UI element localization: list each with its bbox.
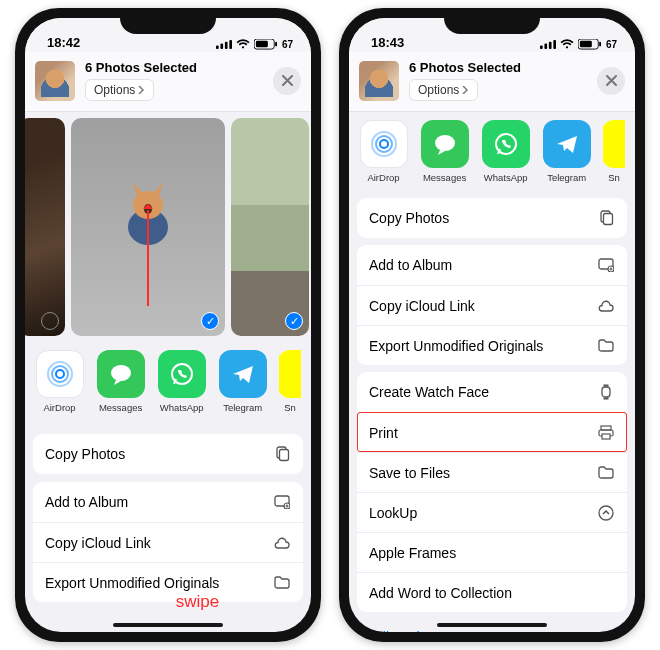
- header-title: 6 Photos Selected: [85, 60, 263, 75]
- album-icon: [273, 493, 291, 511]
- app-messages[interactable]: Messages: [420, 120, 469, 183]
- action-add-to-album[interactable]: Add to Album: [33, 482, 303, 522]
- airdrop-icon: [360, 120, 408, 168]
- whatsapp-icon: [482, 120, 530, 168]
- action-copy-photos[interactable]: Copy Photos: [357, 198, 627, 238]
- svg-point-41: [599, 506, 613, 520]
- battery-icon: [254, 39, 278, 50]
- app-airdrop[interactable]: AirDrop: [359, 120, 408, 183]
- chevron-right-icon: [137, 86, 145, 94]
- selection-check-icon[interactable]: ✓: [285, 312, 303, 330]
- app-whatsapp[interactable]: WhatsApp: [157, 350, 206, 413]
- airdrop-icon: [36, 350, 84, 398]
- action-create-watch-face[interactable]: Create Watch Face: [357, 372, 627, 412]
- svg-point-29: [435, 135, 455, 151]
- svg-rect-38: [601, 426, 611, 430]
- screen-right: 18:43 67 6 Photos Selected Options: [349, 18, 635, 632]
- swipe-arrow-annotation: [147, 210, 149, 306]
- close-button[interactable]: [273, 67, 301, 95]
- selection-circle[interactable]: [41, 312, 59, 330]
- app-share-row[interactable]: AirDrop Messages WhatsApp Telegram: [25, 342, 311, 428]
- svg-rect-1: [220, 44, 223, 49]
- folder-icon: [597, 464, 615, 482]
- print-icon: [597, 424, 615, 442]
- svg-rect-36: [604, 385, 609, 387]
- signal-icon: [540, 39, 556, 50]
- battery-icon: [578, 39, 602, 50]
- home-indicator[interactable]: [113, 623, 223, 627]
- wifi-icon: [560, 39, 574, 50]
- svg-rect-6: [275, 42, 277, 47]
- app-messages[interactable]: Messages: [96, 350, 145, 413]
- header-title: 6 Photos Selected: [409, 60, 587, 75]
- app-telegram[interactable]: Telegram: [218, 350, 267, 413]
- selection-check-icon[interactable]: ✓: [201, 312, 219, 330]
- header-thumbnail[interactable]: [35, 61, 75, 101]
- cloud-icon: [597, 297, 615, 315]
- app-share-row[interactable]: AirDrop Messages WhatsApp Telegram Sn: [349, 112, 635, 192]
- photo-thumbnail-next[interactable]: ✓: [231, 118, 309, 336]
- svg-rect-37: [604, 398, 609, 400]
- action-add-to-album[interactable]: Add to Album: [357, 245, 627, 285]
- home-indicator[interactable]: [437, 623, 547, 627]
- copy-icon: [597, 209, 615, 227]
- copy-icon: [273, 445, 291, 463]
- svg-rect-0: [216, 45, 219, 49]
- action-export-originals[interactable]: Export Unmodified Originals: [33, 562, 303, 602]
- svg-rect-21: [549, 42, 552, 49]
- action-export-originals[interactable]: Export Unmodified Originals: [357, 325, 627, 365]
- folder-icon: [273, 574, 291, 592]
- cloud-icon: [273, 534, 291, 552]
- action-save-to-files[interactable]: Save to Files: [357, 452, 627, 492]
- action-print[interactable]: Print: [357, 412, 627, 452]
- svg-rect-19: [540, 45, 543, 49]
- status-time: 18:42: [47, 35, 80, 50]
- status-right: 67: [540, 39, 617, 50]
- options-button[interactable]: Options: [409, 79, 478, 101]
- telegram-icon: [219, 350, 267, 398]
- photo-thumbnail-current[interactable]: ✓: [71, 118, 225, 336]
- app-whatsapp[interactable]: WhatsApp: [481, 120, 530, 183]
- signal-icon: [216, 39, 232, 50]
- svg-point-27: [376, 136, 392, 152]
- svg-rect-2: [225, 42, 228, 49]
- action-apple-frames[interactable]: Apple Frames: [357, 532, 627, 572]
- chevron-up-circle-icon: [597, 504, 615, 522]
- svg-rect-16: [280, 450, 289, 461]
- actions-list[interactable]: Copy Photos Add to Album Copy iCloud Lin…: [25, 428, 311, 632]
- whatsapp-icon: [158, 350, 206, 398]
- svg-point-26: [380, 140, 388, 148]
- app-snapchat-partial[interactable]: Sn: [279, 350, 301, 413]
- svg-rect-24: [580, 41, 592, 47]
- telegram-icon: [543, 120, 591, 168]
- app-snapchat-partial[interactable]: Sn: [603, 120, 625, 183]
- watch-icon: [597, 383, 615, 401]
- phone-right: 18:43 67 6 Photos Selected Options: [339, 8, 645, 642]
- snapchat-icon: [279, 350, 301, 398]
- svg-point-10: [56, 370, 64, 378]
- photo-thumbnail-prev[interactable]: [25, 118, 65, 336]
- svg-rect-32: [604, 214, 613, 225]
- app-telegram[interactable]: Telegram: [542, 120, 591, 183]
- close-icon: [606, 75, 617, 86]
- share-header: 6 Photos Selected Options: [349, 52, 635, 112]
- app-airdrop[interactable]: AirDrop: [35, 350, 84, 413]
- action-group: Add to Album Copy iCloud Link Export Unm…: [33, 482, 303, 602]
- messages-icon: [421, 120, 469, 168]
- close-button[interactable]: [597, 67, 625, 95]
- action-copy-icloud-link[interactable]: Copy iCloud Link: [357, 285, 627, 325]
- screen-left: 18:42 67 6 Photos Selected Options: [25, 18, 311, 632]
- action-add-word-to-collection[interactable]: Add Word to Collection: [357, 572, 627, 612]
- action-copy-icloud-link[interactable]: Copy iCloud Link: [33, 522, 303, 562]
- status-time: 18:43: [371, 35, 404, 50]
- chevron-right-icon: [461, 86, 469, 94]
- action-copy-photos[interactable]: Copy Photos: [33, 434, 303, 474]
- actions-list[interactable]: Copy Photos Add to Album Copy iCloud Lin…: [349, 192, 635, 632]
- svg-rect-3: [229, 40, 232, 49]
- header-thumbnail[interactable]: [359, 61, 399, 101]
- action-lookup[interactable]: LookUp: [357, 492, 627, 532]
- folder-icon: [597, 337, 615, 355]
- photo-strip[interactable]: ✓ ✓ swipe: [25, 112, 311, 342]
- wifi-icon: [236, 39, 250, 50]
- options-button[interactable]: Options: [85, 79, 154, 101]
